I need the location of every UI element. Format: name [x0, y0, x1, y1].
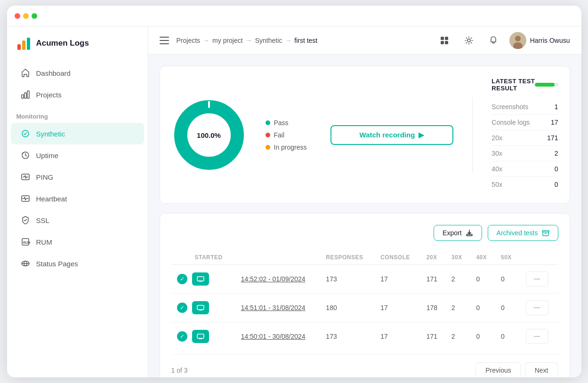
page-content: 100.0% Pass Fail	[148, 55, 581, 377]
minimize-button[interactable]	[23, 13, 29, 19]
row2-started[interactable]: 14:51:01 - 31/08/2024	[235, 294, 321, 322]
inprogress-dot	[266, 145, 270, 150]
sidebar-item-uptime[interactable]: Uptime	[11, 144, 144, 166]
sidebar-item-projects[interactable]: Projects	[11, 84, 144, 105]
next-button[interactable]: Next	[525, 362, 558, 377]
40x-value: 0	[555, 165, 558, 173]
archived-tests-button[interactable]: Archived tests	[488, 225, 558, 241]
breadcrumb-sep-2: →	[246, 37, 252, 44]
breadcrumb-firsttest: first test	[294, 37, 317, 44]
screen-icon-3[interactable]	[192, 330, 209, 343]
settings-button[interactable]	[460, 32, 477, 49]
consolelogs-value: 17	[551, 119, 558, 126]
breadcrumb-sep-1: →	[203, 37, 209, 44]
hamburger-menu[interactable]	[160, 37, 169, 44]
svg-rect-26	[467, 234, 472, 236]
pagination: 1 of 3 Previous Next	[171, 354, 558, 377]
topnav-right: Harris Owusu	[436, 32, 570, 49]
row1-more-button[interactable]: ···	[526, 271, 548, 287]
svg-rect-16	[445, 37, 448, 40]
notifications-button[interactable]	[485, 32, 502, 49]
status-bar-fill	[535, 83, 555, 87]
breadcrumb-synthetic[interactable]: Synthetic	[255, 37, 282, 44]
chart-legend: Pass Fail In progress	[266, 119, 307, 151]
previous-button[interactable]: Previous	[475, 362, 521, 377]
check-circle-3: ✓	[177, 331, 187, 342]
sidebar-item-ssl[interactable]: SSL	[11, 209, 144, 231]
logo-title: Acumen Logs	[36, 39, 89, 48]
50x-label: 50x	[491, 181, 502, 188]
archive-icon	[542, 229, 549, 237]
row1-40x: 0	[470, 265, 495, 294]
col-30x: 30X	[446, 250, 471, 265]
breadcrumb-myproject[interactable]: my project	[212, 37, 243, 44]
pass-dot	[266, 120, 270, 125]
apps-button[interactable]	[436, 32, 453, 49]
latest-result-header: LATEST TEST RESULT	[491, 78, 558, 92]
content-area: Projects → my project → Synthetic → firs…	[148, 26, 581, 377]
user-profile[interactable]: Harris Owusu	[509, 32, 570, 49]
breadcrumb: Projects → my project → Synthetic → firs…	[177, 37, 318, 44]
svg-rect-3	[22, 95, 24, 98]
row1-50x: 0	[495, 265, 520, 294]
result-row-consolelogs: Console logs 17	[491, 115, 558, 130]
svg-point-21	[515, 36, 521, 41]
export-button[interactable]: Export	[434, 225, 482, 241]
close-button[interactable]	[15, 13, 20, 19]
svg-rect-4	[24, 93, 26, 98]
donut-chart: 100.0%	[171, 97, 247, 173]
svg-rect-27	[542, 231, 549, 232]
row1-started[interactable]: 14:52:02 - 01/09/2024	[235, 265, 321, 294]
sidebar-label-heartbeat: Heartbeat	[36, 195, 67, 203]
table-row: ✓	[171, 322, 558, 351]
breadcrumb-projects[interactable]: Projects	[177, 37, 201, 44]
uptime-icon	[20, 150, 31, 160]
sidebar-item-synthetic[interactable]: Synthetic	[11, 123, 144, 144]
svg-rect-2	[27, 38, 30, 50]
row1-30x: 2	[446, 265, 471, 294]
row1-more-cell: ···	[520, 265, 558, 294]
monitoring-section-label: Monitoring	[7, 105, 148, 123]
home-icon	[20, 68, 31, 78]
table-row: ✓	[171, 294, 558, 322]
row3-40x: 0	[470, 322, 495, 351]
sidebar-label-dashboard: Dashboard	[36, 69, 71, 77]
row1-console: 17	[375, 265, 420, 294]
screenshots-value: 1	[555, 103, 558, 111]
row2-responses: 180	[320, 294, 375, 322]
row1-status-cell: ✓	[171, 265, 235, 294]
sidebar-item-status-pages[interactable]: Status Pages	[11, 253, 144, 274]
screen-icon-1[interactable]	[192, 272, 209, 286]
avatar-image	[509, 32, 526, 49]
svg-rect-18	[445, 41, 448, 44]
row3-more-button[interactable]: ···	[526, 329, 548, 344]
result-row-50x: 50x 0	[491, 177, 558, 192]
sidebar-item-heartbeat[interactable]: Heartbeat	[11, 188, 144, 209]
ssl-icon	[20, 215, 31, 225]
row2-more-button[interactable]: ···	[526, 300, 548, 315]
sidebar-label-rum: RUM	[36, 238, 52, 246]
row3-started[interactable]: 14:50:01 - 30/08/2024	[235, 322, 321, 351]
col-responses: RESPONSES	[320, 250, 375, 265]
sidebar-item-ping[interactable]: PING	[11, 166, 144, 188]
maximize-button[interactable]	[32, 13, 37, 19]
table-card: Export Archived tests	[160, 213, 570, 377]
sidebar-item-rum[interactable]: RUM RUM	[11, 231, 144, 253]
result-row-30x: 30x 2	[491, 146, 558, 161]
rum-icon: RUM	[20, 237, 31, 247]
watch-recording-button[interactable]: Watch recording ▶	[330, 125, 454, 145]
30x-value: 2	[555, 150, 558, 157]
legend-inprogress: In progress	[266, 144, 307, 151]
sidebar-item-dashboard[interactable]: Dashboard	[11, 62, 144, 84]
col-40x: 40X	[470, 250, 495, 265]
result-row-40x: 40x 0	[491, 161, 558, 177]
row3-20x: 171	[421, 322, 446, 351]
table-actions: Export Archived tests	[171, 225, 558, 241]
table-row: ✓	[171, 265, 558, 294]
sidebar-label-ping: PING	[36, 173, 54, 181]
row1-20x: 171	[421, 265, 446, 294]
legend-fail-label: Fail	[274, 131, 285, 139]
summary-card: 100.0% Pass Fail	[160, 66, 570, 204]
donut-percentage: 100.0%	[197, 131, 221, 139]
screen-icon-2[interactable]	[192, 301, 209, 314]
